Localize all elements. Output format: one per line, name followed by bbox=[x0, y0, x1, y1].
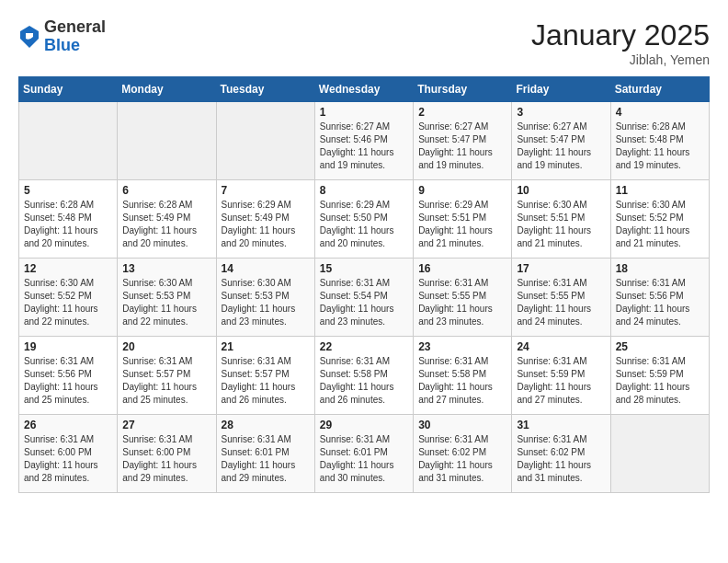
day-info: Sunrise: 6:29 AM Sunset: 5:49 PM Dayligh… bbox=[222, 199, 310, 250]
day-info: Sunrise: 6:31 AM Sunset: 5:59 PM Dayligh… bbox=[517, 355, 605, 407]
calendar-cell: 12Sunrise: 6:30 AM Sunset: 5:52 PM Dayli… bbox=[19, 259, 118, 337]
day-number: 17 bbox=[517, 262, 605, 275]
day-number: 2 bbox=[418, 106, 506, 119]
day-number: 7 bbox=[222, 184, 310, 197]
calendar-cell: 3Sunrise: 6:27 AM Sunset: 5:47 PM Daylig… bbox=[512, 102, 610, 180]
day-number: 31 bbox=[517, 419, 605, 431]
day-number: 14 bbox=[222, 262, 310, 275]
day-number: 3 bbox=[517, 106, 605, 119]
day-info: Sunrise: 6:30 AM Sunset: 5:52 PM Dayligh… bbox=[24, 277, 112, 328]
calendar-cell: 2Sunrise: 6:27 AM Sunset: 5:47 PM Daylig… bbox=[414, 102, 512, 180]
day-number: 23 bbox=[418, 340, 506, 353]
day-number: 22 bbox=[320, 340, 408, 353]
day-header: Sunday bbox=[19, 77, 118, 102]
day-info: Sunrise: 6:31 AM Sunset: 5:56 PM Dayligh… bbox=[24, 355, 112, 407]
calendar-cell: 6Sunrise: 6:28 AM Sunset: 5:49 PM Daylig… bbox=[118, 180, 216, 259]
calendar-cell: 26Sunrise: 6:31 AM Sunset: 6:00 PM Dayli… bbox=[19, 415, 118, 493]
calendar-week-row: 5Sunrise: 6:28 AM Sunset: 5:48 PM Daylig… bbox=[19, 180, 710, 259]
calendar-table: SundayMondayTuesdayWednesdayThursdayFrid… bbox=[18, 76, 710, 493]
calendar-cell: 7Sunrise: 6:29 AM Sunset: 5:49 PM Daylig… bbox=[216, 180, 314, 259]
day-info: Sunrise: 6:31 AM Sunset: 5:58 PM Dayligh… bbox=[418, 355, 506, 407]
logo-text: General Blue bbox=[44, 18, 106, 55]
day-number: 4 bbox=[616, 106, 704, 119]
day-number: 20 bbox=[122, 340, 210, 353]
calendar-cell: 16Sunrise: 6:31 AM Sunset: 5:55 PM Dayli… bbox=[414, 259, 512, 337]
day-number: 10 bbox=[517, 184, 605, 197]
day-number: 1 bbox=[320, 106, 408, 119]
day-number: 16 bbox=[418, 262, 506, 275]
day-header: Saturday bbox=[610, 77, 709, 102]
day-info: Sunrise: 6:28 AM Sunset: 5:48 PM Dayligh… bbox=[24, 199, 112, 250]
calendar-week-row: 19Sunrise: 6:31 AM Sunset: 5:56 PM Dayli… bbox=[19, 337, 710, 415]
day-header: Wednesday bbox=[314, 77, 413, 102]
day-header: Thursday bbox=[414, 77, 512, 102]
calendar-cell: 24Sunrise: 6:31 AM Sunset: 5:59 PM Dayli… bbox=[512, 337, 610, 415]
day-number: 25 bbox=[616, 340, 704, 353]
day-info: Sunrise: 6:31 AM Sunset: 6:01 PM Dayligh… bbox=[222, 433, 310, 485]
calendar-cell: 14Sunrise: 6:30 AM Sunset: 5:53 PM Dayli… bbox=[216, 259, 314, 337]
day-number: 15 bbox=[320, 262, 408, 275]
calendar-body: 1Sunrise: 6:27 AM Sunset: 5:46 PM Daylig… bbox=[19, 102, 710, 493]
calendar-cell: 27Sunrise: 6:31 AM Sunset: 6:00 PM Dayli… bbox=[118, 415, 216, 493]
day-number: 30 bbox=[418, 419, 506, 431]
day-info: Sunrise: 6:31 AM Sunset: 5:55 PM Dayligh… bbox=[418, 277, 506, 328]
calendar-cell: 13Sunrise: 6:30 AM Sunset: 5:53 PM Dayli… bbox=[118, 259, 216, 337]
day-header: Tuesday bbox=[216, 77, 314, 102]
page-header: General Blue January 2025 Jiblah, Yemen bbox=[18, 18, 710, 67]
day-info: Sunrise: 6:31 AM Sunset: 6:01 PM Dayligh… bbox=[320, 433, 408, 485]
day-info: Sunrise: 6:30 AM Sunset: 5:52 PM Dayligh… bbox=[616, 199, 704, 250]
day-number: 9 bbox=[418, 184, 506, 197]
calendar-cell bbox=[610, 415, 709, 493]
day-info: Sunrise: 6:29 AM Sunset: 5:50 PM Dayligh… bbox=[320, 199, 408, 250]
day-info: Sunrise: 6:31 AM Sunset: 5:57 PM Dayligh… bbox=[222, 355, 310, 407]
logo: General Blue bbox=[18, 18, 106, 55]
calendar-cell: 5Sunrise: 6:28 AM Sunset: 5:48 PM Daylig… bbox=[19, 180, 118, 259]
location: Jiblah, Yemen bbox=[531, 52, 710, 67]
calendar-cell: 18Sunrise: 6:31 AM Sunset: 5:56 PM Dayli… bbox=[610, 259, 709, 337]
calendar-cell: 23Sunrise: 6:31 AM Sunset: 5:58 PM Dayli… bbox=[414, 337, 512, 415]
day-number: 13 bbox=[122, 262, 210, 275]
day-number: 26 bbox=[24, 419, 112, 431]
month-year: January 2025 bbox=[531, 18, 710, 52]
day-info: Sunrise: 6:27 AM Sunset: 5:46 PM Dayligh… bbox=[320, 121, 408, 172]
calendar-cell: 29Sunrise: 6:31 AM Sunset: 6:01 PM Dayli… bbox=[314, 415, 413, 493]
calendar-cell: 17Sunrise: 6:31 AM Sunset: 5:55 PM Dayli… bbox=[512, 259, 610, 337]
days-header-row: SundayMondayTuesdayWednesdayThursdayFrid… bbox=[19, 77, 710, 102]
calendar-cell: 21Sunrise: 6:31 AM Sunset: 5:57 PM Dayli… bbox=[216, 337, 314, 415]
day-number: 21 bbox=[222, 340, 310, 353]
calendar-cell: 22Sunrise: 6:31 AM Sunset: 5:58 PM Dayli… bbox=[314, 337, 413, 415]
calendar-week-row: 1Sunrise: 6:27 AM Sunset: 5:46 PM Daylig… bbox=[19, 102, 710, 180]
day-number: 18 bbox=[616, 262, 704, 275]
calendar-cell: 10Sunrise: 6:30 AM Sunset: 5:51 PM Dayli… bbox=[512, 180, 610, 259]
day-info: Sunrise: 6:27 AM Sunset: 5:47 PM Dayligh… bbox=[418, 121, 506, 172]
calendar-cell: 20Sunrise: 6:31 AM Sunset: 5:57 PM Dayli… bbox=[118, 337, 216, 415]
day-number: 27 bbox=[122, 419, 210, 431]
day-info: Sunrise: 6:29 AM Sunset: 5:51 PM Dayligh… bbox=[418, 199, 506, 250]
day-info: Sunrise: 6:28 AM Sunset: 5:48 PM Dayligh… bbox=[616, 121, 704, 172]
calendar-week-row: 12Sunrise: 6:30 AM Sunset: 5:52 PM Dayli… bbox=[19, 259, 710, 337]
calendar-cell bbox=[216, 102, 314, 180]
logo-icon bbox=[18, 24, 40, 50]
calendar-header: SundayMondayTuesdayWednesdayThursdayFrid… bbox=[19, 77, 710, 102]
day-info: Sunrise: 6:31 AM Sunset: 5:54 PM Dayligh… bbox=[320, 277, 408, 328]
day-info: Sunrise: 6:28 AM Sunset: 5:49 PM Dayligh… bbox=[122, 199, 210, 250]
day-info: Sunrise: 6:31 AM Sunset: 6:00 PM Dayligh… bbox=[122, 433, 210, 485]
day-number: 5 bbox=[24, 184, 112, 197]
calendar-cell: 25Sunrise: 6:31 AM Sunset: 5:59 PM Dayli… bbox=[610, 337, 709, 415]
day-number: 12 bbox=[24, 262, 112, 275]
day-info: Sunrise: 6:31 AM Sunset: 5:59 PM Dayligh… bbox=[616, 355, 704, 407]
day-info: Sunrise: 6:30 AM Sunset: 5:53 PM Dayligh… bbox=[222, 277, 310, 328]
day-number: 11 bbox=[616, 184, 704, 197]
calendar-week-row: 26Sunrise: 6:31 AM Sunset: 6:00 PM Dayli… bbox=[19, 415, 710, 493]
day-info: Sunrise: 6:31 AM Sunset: 5:55 PM Dayligh… bbox=[517, 277, 605, 328]
day-info: Sunrise: 6:30 AM Sunset: 5:53 PM Dayligh… bbox=[122, 277, 210, 328]
logo-general: General bbox=[44, 18, 106, 37]
day-header: Friday bbox=[512, 77, 610, 102]
calendar-cell bbox=[19, 102, 118, 180]
day-info: Sunrise: 6:31 AM Sunset: 6:00 PM Dayligh… bbox=[24, 433, 112, 485]
day-info: Sunrise: 6:31 AM Sunset: 5:58 PM Dayligh… bbox=[320, 355, 408, 407]
calendar-cell: 28Sunrise: 6:31 AM Sunset: 6:01 PM Dayli… bbox=[216, 415, 314, 493]
day-number: 8 bbox=[320, 184, 408, 197]
day-info: Sunrise: 6:31 AM Sunset: 6:02 PM Dayligh… bbox=[418, 433, 506, 485]
calendar-cell: 11Sunrise: 6:30 AM Sunset: 5:52 PM Dayli… bbox=[610, 180, 709, 259]
